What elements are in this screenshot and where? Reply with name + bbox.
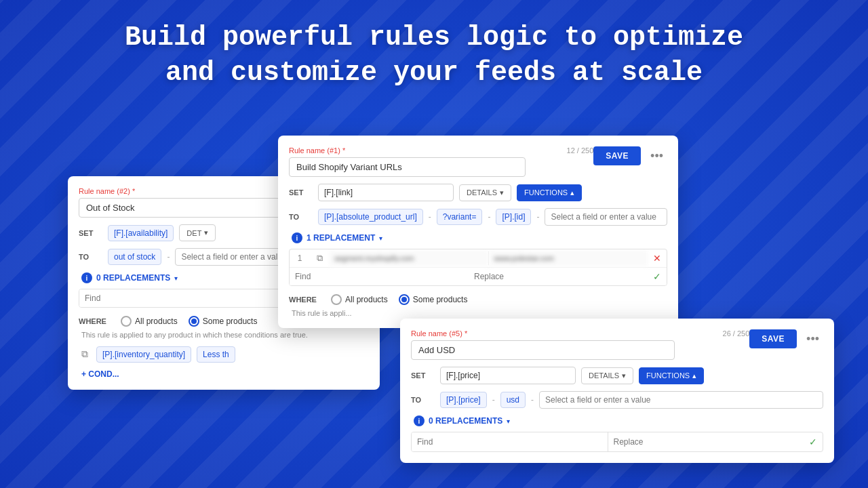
set-label-3: SET xyxy=(411,371,435,380)
functions-label-1: FUNCTIONS xyxy=(524,188,568,197)
card3-header: Rule name (#5) * 26 / 250 SAVE ••• xyxy=(411,329,823,360)
rule-name-input-1[interactable] xyxy=(289,157,526,177)
rule-name-header-row-1: Rule name (#1) * 12 / 250 xyxy=(289,146,593,155)
details-label-3: DETAILS xyxy=(589,371,619,380)
chevron-down-icon-1: ▾ xyxy=(379,235,382,242)
info-dot-3: i xyxy=(414,415,425,426)
more-btn-1[interactable]: ••• xyxy=(646,148,667,165)
hero-text: Build powerful rules logic to optimize a… xyxy=(0,20,868,91)
chevron-down-icon: ▾ xyxy=(174,274,178,282)
check-icon-3[interactable]: ✓ xyxy=(804,432,823,451)
to-row-3: TO [P].[price] - usd - xyxy=(411,391,823,409)
rep-num: 1 xyxy=(290,249,310,267)
details-btn-1[interactable]: DETAILS ▾ xyxy=(459,184,511,201)
replacement-table: 1 ⧉ segment.myshopify.com www.polestar.c… xyxy=(289,249,667,286)
rule-card-5: Rule name (#5) * 26 / 250 SAVE ••• SET D… xyxy=(400,319,834,463)
set-input-1[interactable] xyxy=(318,184,454,201)
rule-label-1: Rule name (#1) * xyxy=(289,146,345,155)
find-replace-row: ✓ xyxy=(290,268,667,285)
more-btn-3[interactable]: ••• xyxy=(802,331,823,348)
to-row-1: TO [P].[absolute_product_url] - ?variant… xyxy=(289,208,667,226)
find-input-3[interactable] xyxy=(412,432,608,451)
add-condition-btn[interactable]: + COND... xyxy=(79,369,369,379)
to-field1: [P].[absolute_product_url] xyxy=(318,209,423,225)
hero-line-2: and customize your feeds at scale xyxy=(0,56,868,91)
sep2-3: - xyxy=(531,395,534,405)
functions-btn-1[interactable]: FUNCTIONS ▴ xyxy=(517,184,582,201)
sep1: - xyxy=(429,212,431,222)
rule-label-3: Rule name (#5) * xyxy=(411,329,467,338)
where-row-1: WHERE All products Some products xyxy=(289,294,667,305)
to-placeholder-input-3[interactable] xyxy=(539,391,823,409)
save-btn-1[interactable]: SAVE xyxy=(593,146,641,165)
to-label-3: TO xyxy=(411,396,435,404)
rep-copy-icon[interactable]: ⧉ xyxy=(310,253,329,264)
rule-label-text: Rule name (#2) xyxy=(79,187,130,195)
set-row-1: SET DETAILS ▾ FUNCTIONS ▴ xyxy=(289,184,667,201)
find-input-1[interactable] xyxy=(290,268,469,285)
set-label: SET xyxy=(79,229,102,237)
where-label: WHERE xyxy=(79,317,113,325)
set-input-3[interactable] xyxy=(440,367,576,384)
some-products-radio[interactable]: Some products xyxy=(189,316,258,327)
some-products-label-1: Some products xyxy=(413,295,468,304)
all-products-radio[interactable]: All products xyxy=(121,316,178,327)
condition-row: ⧉ [P].[inventory_quantity] Less th xyxy=(79,346,369,363)
card-actions-1: SAVE ••• xyxy=(593,146,667,165)
all-products-circle xyxy=(121,316,132,327)
rep-find-blurred: segment.myshopify.com xyxy=(329,250,488,266)
rep-check-icon[interactable]: ✓ xyxy=(648,271,667,282)
to-label: TO xyxy=(79,253,102,261)
functions-btn-3[interactable]: FUNCTIONS ▴ xyxy=(639,367,704,384)
copy-icon[interactable]: ⧉ xyxy=(79,346,91,363)
separator1: - xyxy=(167,252,170,262)
all-products-label: All products xyxy=(135,317,178,326)
set-field: [F].[availability] xyxy=(108,225,174,241)
rep-delete-icon[interactable]: ✕ xyxy=(648,253,667,264)
card1-header: Rule name (#1) * 12 / 250 SAVE ••• xyxy=(289,146,667,177)
save-btn-3[interactable]: SAVE xyxy=(749,329,797,348)
all-products-radio-1[interactable]: All products xyxy=(331,294,388,305)
to-placeholder-input-1[interactable] xyxy=(545,208,667,226)
rule-name-header-row-3: Rule name (#5) * 26 / 250 xyxy=(411,329,749,338)
replace-input-3[interactable] xyxy=(608,432,804,451)
set-label-1: SET xyxy=(289,188,313,197)
some-products-circle xyxy=(189,316,199,327)
info-dot: i xyxy=(81,272,92,283)
rule-name-input-3[interactable] xyxy=(411,340,675,360)
rule-name-section-3: Rule name (#5) * 26 / 250 xyxy=(411,329,749,360)
replacements-row-3[interactable]: i 0 REPLACEMENTS ▾ xyxy=(411,415,823,426)
functions-label-3: FUNCTIONS xyxy=(646,371,690,380)
some-products-circle-1 xyxy=(399,294,410,305)
some-products-radio-1[interactable]: Some products xyxy=(399,294,468,305)
sep1-3: - xyxy=(492,395,495,405)
to-field3: [P].[id] xyxy=(496,209,531,225)
required-1: * xyxy=(340,146,345,155)
all-products-circle-1 xyxy=(331,294,342,305)
card-actions-3: SAVE ••• xyxy=(749,329,823,348)
rule-name-section-1: Rule name (#1) * 12 / 250 xyxy=(289,146,593,177)
details-label: DET xyxy=(186,229,201,237)
applied-text: This rule is applied to any product in w… xyxy=(79,331,369,339)
info-dot-1: i xyxy=(292,232,302,243)
set-row-3: SET DETAILS ▾ FUNCTIONS ▴ xyxy=(411,367,823,384)
cards-container: Rule name (#2) * SET [F].[availability] … xyxy=(68,136,800,474)
replacements-label-3[interactable]: 0 REPLACEMENTS xyxy=(429,416,502,426)
replace-input-1[interactable] xyxy=(469,268,648,285)
replacements-row-1[interactable]: i 1 REPLACEMENT ▾ xyxy=(289,232,667,243)
where-label-1: WHERE xyxy=(289,296,323,304)
replacements-label-1[interactable]: 1 REPLACEMENT xyxy=(307,233,375,243)
replacements-label[interactable]: 0 REPLACEMENTS xyxy=(96,273,170,283)
details-btn[interactable]: DET ▾ xyxy=(179,224,216,241)
some-products-label: Some products xyxy=(203,317,258,326)
condition-field: [P].[inventory_quantity] xyxy=(96,346,191,363)
rep-replace-blurred: www.polestar.com xyxy=(489,250,648,266)
char-count-1: 12 / 250 xyxy=(567,146,594,155)
to-field2: ?variant= xyxy=(437,209,483,225)
find-replace-container-3: ✓ xyxy=(411,432,823,452)
details-btn-3[interactable]: DETAILS ▾ xyxy=(581,367,633,384)
rule-card-1: Rule name (#1) * 12 / 250 SAVE ••• SET D… xyxy=(278,136,678,328)
replacement-row-1: 1 ⧉ segment.myshopify.com www.polestar.c… xyxy=(290,249,667,268)
all-products-label-1: All products xyxy=(345,295,388,304)
less-tag: Less th xyxy=(197,346,235,363)
